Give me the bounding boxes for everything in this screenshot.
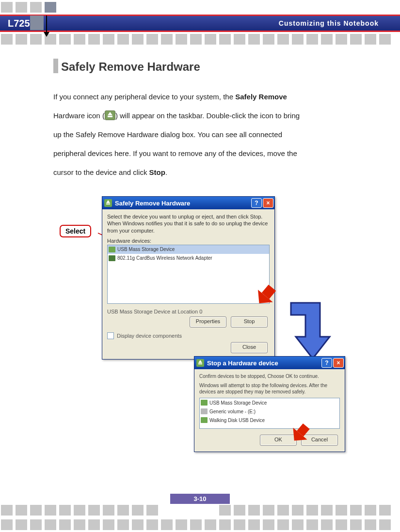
usb-icon [201, 417, 208, 423]
close-button[interactable]: × [333, 358, 344, 368]
dialog-titlebar: Stop a Hardware device ? × [194, 357, 345, 369]
eject-icon [104, 199, 112, 207]
page-number: 3-10 [170, 494, 229, 504]
list-item[interactable]: Generic volume - (E:) [200, 407, 339, 416]
dialog-title: Stop a Hardware device [207, 360, 320, 367]
safely-remove-hardware-dialog: Safely Remove Hardware ? × Select the de… [102, 196, 275, 360]
close-dialog-button[interactable]: Close [231, 342, 268, 353]
volume-icon [201, 408, 208, 414]
dialog-instruction: Confirm devices to be stopped, Choose OK… [199, 373, 340, 379]
device-list[interactable]: USB Mass Storage Device 802.11g CardBus … [107, 245, 270, 304]
network-icon [109, 255, 115, 261]
dialog-instruction: Select the device you want to unplug or … [107, 213, 270, 234]
safely-remove-icon [105, 110, 115, 120]
hardware-devices-label: Hardware devices: [107, 238, 270, 244]
decorative-bottom-squares [0, 503, 400, 517]
dialog-instruction-2: Windows will attempt to stop the followi… [199, 382, 340, 395]
properties-button[interactable]: Properties [190, 316, 226, 328]
section-label: Customizing this Notebook [279, 19, 400, 27]
display-components-checkbox[interactable]: Display device components [107, 332, 270, 339]
list-item[interactable]: USB Mass Storage Device [200, 398, 339, 407]
close-button[interactable]: × [263, 198, 273, 208]
list-item[interactable]: USB Mass Storage Device [108, 245, 269, 254]
usb-icon [109, 247, 115, 252]
device-list[interactable]: USB Mass Storage Device Generic volume -… [199, 398, 340, 429]
select-callout: Select [60, 225, 91, 237]
dialog-titlebar: Safely Remove Hardware ? × [102, 197, 274, 209]
body-text: If you connect any peripheral device to … [53, 87, 356, 182]
help-button[interactable]: ? [251, 198, 262, 208]
page-title: Safely Remove Hardware [53, 59, 356, 74]
model-label: L725 [0, 18, 51, 29]
help-button[interactable]: ? [321, 358, 332, 368]
decorative-top-squares [0, 0, 400, 15]
page-banner: L725 Customizing this Notebook [0, 15, 400, 32]
down-arrow-icon [46, 16, 47, 36]
stop-hardware-device-dialog: Stop a Hardware device ? × Confirm devic… [194, 356, 345, 452]
usb-icon [201, 400, 208, 406]
list-item[interactable]: 802.11g CardBus Wireless Network Adapter [108, 254, 269, 263]
decorative-square [30, 16, 44, 30]
decorative-bottom-squares-2 [0, 517, 400, 532]
decorative-mid-squares [0, 32, 400, 47]
eject-icon [196, 359, 204, 367]
dialog-title: Safely Remove Hardware [115, 200, 250, 207]
stop-button[interactable]: Stop [231, 316, 268, 328]
device-status: USB Mass Storage Device at Location 0 [107, 309, 270, 314]
list-item[interactable]: Walking Disk USB Device [200, 416, 339, 424]
